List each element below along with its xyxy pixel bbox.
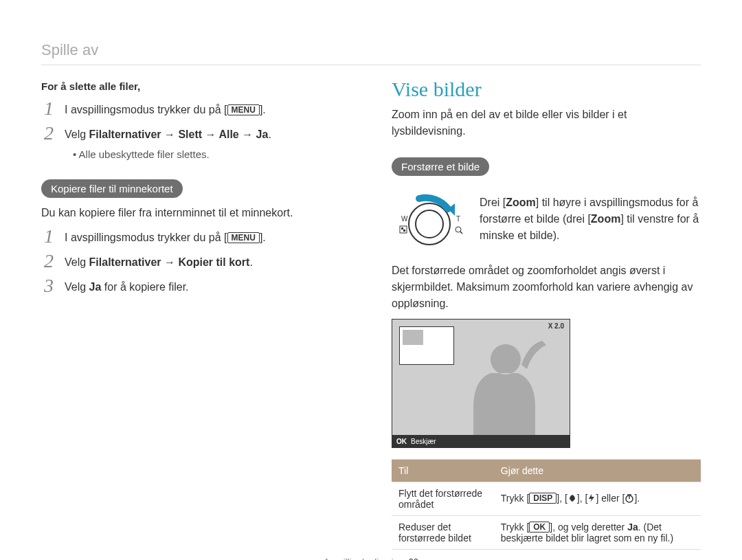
- footer-section: Avspilling/redigering: [324, 557, 403, 560]
- step-text: ].: [260, 232, 266, 243]
- actions-table: Til Gjør dette Flytt det forstørrede omr…: [392, 459, 701, 550]
- table-header-do: Gjør dette: [494, 460, 701, 482]
- macro-icon: [567, 493, 577, 505]
- step-text: for å kopiere filer.: [101, 281, 188, 293]
- delete-note-bullet: Alle ubeskyttede filer slettes.: [73, 148, 350, 160]
- page-number: 60: [408, 557, 418, 560]
- zoom-area-indicator: [399, 326, 454, 365]
- svg-line-9: [460, 232, 462, 234]
- zoom-ratio-label: X 2.0: [548, 322, 564, 330]
- step-bold: Filalternativer → Kopier til kort: [89, 256, 250, 268]
- step-bold: Filalternativer → Slett → Alle → Ja: [89, 128, 269, 140]
- row-do: Trykk [OK], og velg deretter Ja. (Det be…: [494, 516, 701, 550]
- section-intro: Zoom inn på en del av et bilde eller vis…: [392, 107, 701, 139]
- silhouette-image: [447, 331, 564, 447]
- delete-step-2: 2 Velg Filalternativer → Slett → Alle → …: [41, 124, 350, 143]
- svg-text:T: T: [456, 215, 460, 223]
- left-column: For å slette alle filer, 1 I avspillings…: [41, 78, 350, 550]
- step-text: Velg: [65, 281, 89, 293]
- row-do: Trykk [DISP], [], [] eller [].: [494, 482, 701, 516]
- delete-step-1: 1 I avspillingsmodus trykker du på [MENU…: [41, 99, 350, 118]
- table-row: Reduser det forstørrede bildet Trykk [OK…: [392, 516, 701, 550]
- svg-point-1: [416, 210, 443, 238]
- row-to: Flytt det forstørrede området: [392, 482, 494, 516]
- step-number: 2: [41, 251, 56, 271]
- svg-rect-6: [401, 227, 403, 229]
- step-text: Velg: [65, 256, 89, 268]
- copy-step-3: 3 Velg Ja for å kopiere filer.: [41, 276, 350, 295]
- step-text: I avspillingsmodus trykker du på [: [65, 104, 227, 115]
- flash-icon: [587, 493, 596, 505]
- zoomed-preview: X 2.0 OK Beskjær: [392, 319, 570, 448]
- row-to: Reduser det forstørrede bildet: [392, 516, 494, 550]
- svg-text:W: W: [401, 215, 408, 223]
- section-title: Vise bilder: [392, 78, 701, 101]
- svg-marker-10: [589, 494, 594, 502]
- right-column: Vise bilder Zoom inn på en del av et bil…: [392, 78, 701, 550]
- zoom-dial-icon: W T: [392, 188, 467, 250]
- svg-rect-7: [403, 229, 405, 232]
- zoom-note: Det forstørrede området og zoomforholdet…: [392, 262, 701, 312]
- timer-icon: [625, 493, 634, 505]
- copy-pill: Kopiere filer til minnekortet: [41, 179, 183, 198]
- crop-label: Beskjær: [411, 438, 436, 445]
- step-text: I avspillingsmodus trykker du på [: [65, 232, 227, 243]
- disp-button-icon: DISP: [529, 493, 556, 504]
- step-text: .: [249, 256, 252, 268]
- step-number: 1: [41, 227, 56, 246]
- page-footer: Avspilling/redigering 60: [41, 557, 701, 560]
- crop-bar: OK Beskjær: [392, 435, 570, 447]
- menu-button-icon: MENU: [227, 232, 260, 243]
- header-breadcrumb: Spille av: [41, 41, 701, 65]
- table-row: Flytt det forstørrede området Trykk [DIS…: [392, 482, 701, 516]
- copy-step-1: 1 I avspillingsmodus trykker du på [MENU…: [41, 227, 350, 246]
- step-number: 1: [41, 99, 56, 118]
- step-bold: Ja: [89, 281, 102, 293]
- step-text: ].: [260, 104, 266, 115]
- step-number: 2: [41, 124, 56, 143]
- step-text: Velg: [65, 128, 89, 140]
- ok-button-icon: OK: [529, 522, 550, 533]
- svg-point-8: [456, 227, 461, 232]
- table-header-to: Til: [392, 460, 494, 482]
- menu-button-icon: MENU: [227, 104, 260, 115]
- step-number: 3: [41, 276, 56, 295]
- zoom-instruction: Drei [Zoom] til høyre i avspillingsmodus…: [480, 194, 701, 244]
- copy-description: Du kan kopiere filer fra internminnet ti…: [41, 205, 350, 221]
- step-text: .: [268, 128, 271, 140]
- ok-icon: OK: [396, 438, 407, 445]
- enlarge-pill: Forstørre et bilde: [392, 157, 489, 176]
- delete-all-title: For å slette alle filer,: [41, 80, 350, 92]
- copy-step-2: 2 Velg Filalternativer → Kopier til kort…: [41, 251, 350, 271]
